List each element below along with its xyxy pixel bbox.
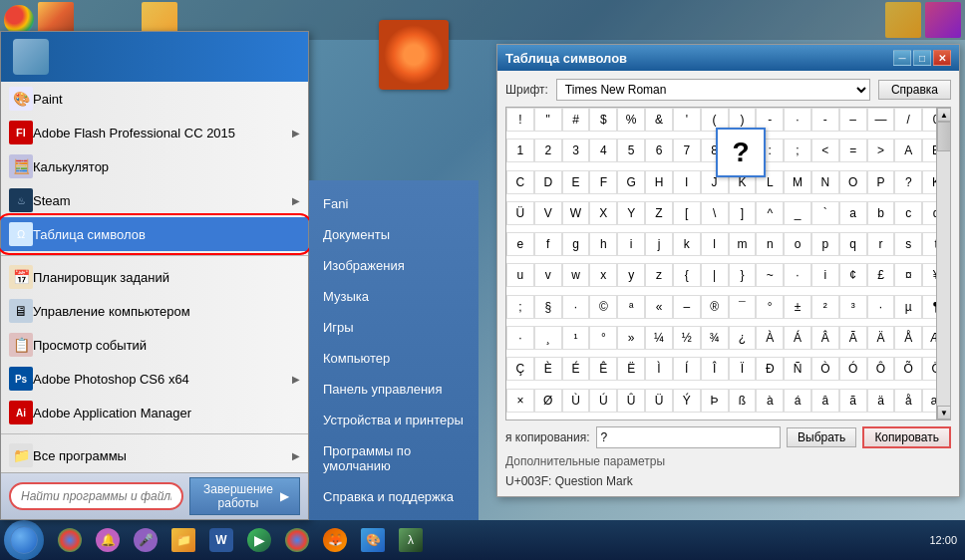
char-cell[interactable]: b xyxy=(867,201,895,225)
char-cell[interactable]: ½ xyxy=(673,326,701,350)
select-button[interactable]: Выбрать xyxy=(787,427,856,447)
char-cell[interactable]: ª xyxy=(617,295,645,319)
char-cell[interactable]: Â xyxy=(811,326,839,350)
char-cell[interactable]: ? xyxy=(894,170,922,194)
maximize-button[interactable]: □ xyxy=(913,50,931,66)
right-panel-computer[interactable]: Компьютер xyxy=(309,343,479,374)
right-panel-images[interactable]: Изображения xyxy=(309,250,479,281)
taskbar-bell[interactable]: 🔔 xyxy=(90,522,126,558)
char-cell[interactable]: F xyxy=(589,170,617,194)
right-panel-control[interactable]: Панель управления xyxy=(309,374,479,405)
char-cell[interactable]: £ xyxy=(867,263,895,287)
char-cell[interactable]: ß xyxy=(729,389,757,413)
char-cell[interactable]: · xyxy=(784,263,811,287)
char-cell[interactable]: Ù xyxy=(562,389,590,413)
char-cell[interactable]: ¤ xyxy=(894,263,922,287)
start-button[interactable] xyxy=(4,520,44,560)
char-cell[interactable]: - xyxy=(811,108,839,132)
char-cell[interactable]: I xyxy=(673,170,701,194)
char-cell[interactable]: ' xyxy=(673,108,701,132)
char-cell[interactable]: Ó xyxy=(839,357,867,381)
char-cell[interactable]: ã xyxy=(839,389,867,413)
char-cell[interactable]: A xyxy=(894,139,922,162)
char-cell[interactable]: C xyxy=(506,170,534,194)
char-cell[interactable]: · xyxy=(506,326,534,350)
close-button[interactable]: ✕ xyxy=(933,50,951,66)
menu-item-events[interactable]: 📋 Просмотр событий xyxy=(1,328,308,362)
char-cell[interactable]: & xyxy=(645,108,673,132)
scrollbar[interactable]: ▲ ▼ xyxy=(936,108,950,420)
char-cell[interactable]: 2 xyxy=(534,139,562,162)
char-cell[interactable]: 1 xyxy=(506,139,534,162)
char-cell[interactable]: Ý xyxy=(673,389,701,413)
char-cell[interactable]: ¯ xyxy=(729,295,757,319)
char-cell[interactable]: z xyxy=(645,263,673,287)
char-cell[interactable]: § xyxy=(534,295,562,319)
char-cell[interactable]: _ xyxy=(784,201,811,225)
char-cell[interactable]: « xyxy=(645,295,673,319)
photo2-top-icon[interactable] xyxy=(925,2,961,38)
char-cell[interactable]: Î xyxy=(701,357,729,381)
menu-item-paint[interactable]: 🎨 Paint xyxy=(1,82,308,116)
char-cell[interactable]: ; xyxy=(506,295,534,319)
char-cell[interactable]: r xyxy=(867,232,895,256)
char-cell[interactable]: Í xyxy=(673,357,701,381)
char-cell[interactable]: ° xyxy=(756,295,784,319)
char-cell[interactable]: — xyxy=(867,108,895,132)
right-panel-help[interactable]: Справка и поддержка xyxy=(309,481,479,512)
char-cell[interactable]: É xyxy=(562,357,590,381)
char-cell[interactable]: Å xyxy=(894,326,922,350)
char-cell[interactable]: i xyxy=(811,263,839,287)
taskbar-chrome[interactable] xyxy=(52,522,88,558)
char-cell[interactable]: $ xyxy=(589,108,617,132)
char-cell[interactable]: ä xyxy=(867,389,895,413)
char-cell[interactable]: à xyxy=(756,389,784,413)
char-cell[interactable]: © xyxy=(589,295,617,319)
char-cell[interactable]: 7 xyxy=(673,139,701,162)
char-cell[interactable]: < xyxy=(811,139,839,162)
char-cell[interactable]: Ä xyxy=(867,326,895,350)
taskbar-lambda[interactable]: λ xyxy=(393,522,429,558)
char-cell[interactable]: Ê xyxy=(589,357,617,381)
char-cell[interactable]: 6 xyxy=(645,139,673,162)
char-cell[interactable]: s xyxy=(894,232,922,256)
shutdown-button[interactable]: Завершение работы ▶ xyxy=(189,477,300,515)
char-cell[interactable]: È xyxy=(534,357,562,381)
char-cell[interactable]: m xyxy=(729,232,757,256)
help-button[interactable]: Справка xyxy=(878,80,951,100)
taskbar-media[interactable]: ▶ xyxy=(241,522,277,558)
taskbar-explorer[interactable]: 📁 xyxy=(165,522,201,558)
char-cell[interactable]: g xyxy=(562,232,590,256)
char-cell[interactable]: Ç xyxy=(506,357,534,381)
char-cell[interactable]: % xyxy=(617,108,645,132)
char-cell[interactable]: · xyxy=(867,295,895,319)
char-cell[interactable]: o xyxy=(784,232,811,256)
scroll-up-button[interactable]: ▲ xyxy=(937,108,951,122)
char-cell[interactable]: 3 xyxy=(562,139,590,162)
menu-item-charmap[interactable]: Ω Таблица символов xyxy=(1,217,308,251)
char-cell[interactable]: 4 xyxy=(589,139,617,162)
char-cell[interactable]: \ xyxy=(701,201,729,225)
advanced-link[interactable]: Дополнительные параметры xyxy=(505,454,951,468)
menu-item-adobe-mgr[interactable]: Ai Adobe Application Manager xyxy=(1,396,308,429)
menu-item-all-programs[interactable]: 📁 Все программы ▶ xyxy=(1,438,308,472)
char-cell[interactable]: } xyxy=(729,263,757,287)
char-cell[interactable]: Á xyxy=(784,326,811,350)
char-cell[interactable]: | xyxy=(701,263,729,287)
char-cell[interactable]: ² xyxy=(811,295,839,319)
char-cell[interactable]: Þ xyxy=(701,389,729,413)
char-cell[interactable]: ± xyxy=(784,295,811,319)
char-cell[interactable]: f xyxy=(534,232,562,256)
char-cell[interactable]: – xyxy=(673,295,701,319)
char-cell[interactable]: ` xyxy=(811,201,839,225)
char-cell[interactable]: q xyxy=(839,232,867,256)
char-cell[interactable]: G xyxy=(617,170,645,194)
char-cell[interactable]: x xyxy=(589,263,617,287)
char-cell[interactable]: O xyxy=(839,170,867,194)
char-cell[interactable]: " xyxy=(534,108,562,132)
char-cell[interactable]: Û xyxy=(617,389,645,413)
char-cell[interactable]: a xyxy=(839,201,867,225)
char-cell[interactable]: á xyxy=(784,389,811,413)
char-cell[interactable]: ] xyxy=(729,201,757,225)
char-cell[interactable]: × xyxy=(506,389,534,413)
